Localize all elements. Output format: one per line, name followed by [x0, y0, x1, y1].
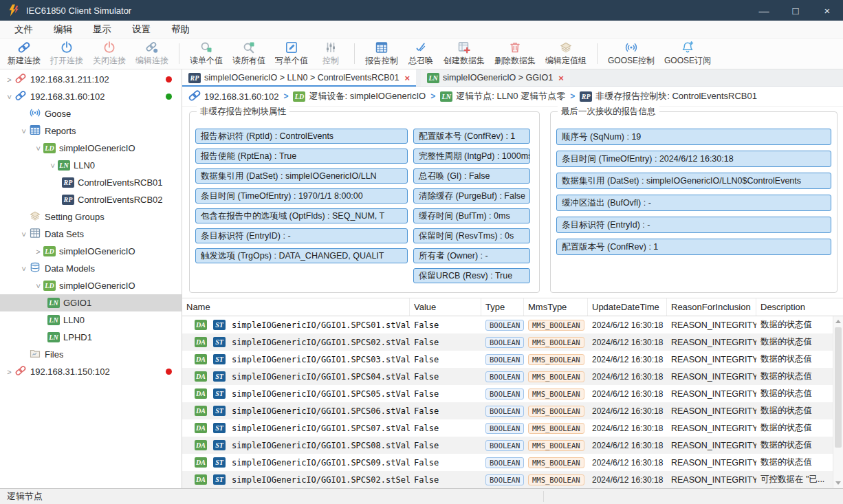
open-connection-button[interactable]: 打开连接 — [45, 39, 88, 68]
create-dataset-button[interactable]: 创建数据集 — [439, 39, 490, 68]
statusbar-text: 逻辑节点 — [7, 490, 43, 503]
tree-item-setting-groups[interactable]: Setting Groups — [0, 208, 182, 226]
column-header-type[interactable]: Type — [481, 298, 524, 316]
table-row-8[interactable]: DASTsimpleIOGenericIO/GGIO1.SPCS08.stVal… — [182, 437, 843, 454]
tree-item-reports[interactable]: >Reports — [0, 122, 182, 140]
goose-subscribe-button[interactable]: GOOSE订阅 — [659, 39, 716, 68]
minimize-button[interactable]: — — [748, 0, 780, 21]
tree-item-192-168-31-150-102[interactable]: >192.168.31.150:102 — [0, 363, 182, 380]
edit-setting-group-button[interactable]: 编辑定值组 — [540, 39, 591, 68]
report-control-button[interactable]: 报告控制 — [360, 39, 403, 68]
breadcrumb-item-3[interactable]: LN逻辑节点: LLN0 逻辑节点零 — [440, 90, 565, 102]
table-row-9[interactable]: DASTsimpleIOGenericIO/GGIO1.SPCS09.stVal… — [182, 454, 843, 471]
tree-item-lphd1[interactable]: LNLPHD1 — [0, 329, 182, 346]
tree-item-ggio1[interactable]: LNGGIO1 — [0, 294, 182, 311]
table-row-4[interactable]: DASTsimpleIOGenericIO/GGIO1.SPCS04.stVal… — [182, 368, 843, 385]
expand-arrow-icon[interactable]: > — [33, 248, 43, 256]
tree-label: 192.168.31.211:102 — [30, 74, 109, 85]
tree-item-data-sets[interactable]: >Data Sets — [0, 226, 182, 243]
tab-close-icon[interactable]: × — [404, 73, 410, 83]
cell-type: BOOLEAN — [481, 423, 524, 434]
tab-close-icon[interactable]: × — [558, 73, 564, 83]
expand-arrow-icon[interactable]: > — [49, 160, 57, 171]
st-badge: ST — [213, 354, 226, 364]
menu-item-2[interactable]: 编辑 — [43, 21, 83, 38]
tree-item-files[interactable]: Files — [0, 346, 182, 363]
cell-description: 数据的状态值 — [756, 353, 843, 365]
tree-item-192-168-31-211-102[interactable]: >192.168.31.211:102 — [0, 71, 182, 88]
tree-item-simpleiogenericio[interactable]: >LDsimpleIOGenericIO — [0, 277, 182, 294]
breadcrumb-item-2[interactable]: LD逻辑设备: simpleIOGenericIO — [293, 90, 426, 102]
expand-arrow-icon[interactable]: > — [20, 126, 28, 136]
general-interrogation-button[interactable]: 总召唤 — [403, 39, 439, 68]
tab-simpleiogenericio-ggio1[interactable]: LNsimpleIOGenericIO > GGIO1× — [421, 69, 570, 86]
close-connection-button[interactable]: 关闭连接 — [88, 39, 131, 68]
tab-label: simpleIOGenericIO > GGIO1 — [443, 73, 553, 83]
tree-item-goose[interactable]: Goose — [0, 105, 182, 122]
column-header-mmstype[interactable]: MmsType — [524, 298, 588, 316]
new-connection-button[interactable]: 新建连接 — [3, 39, 45, 68]
tree-item-simpleiogenericio[interactable]: >LDsimpleIOGenericIO — [0, 243, 182, 260]
column-header-name[interactable]: Name — [182, 298, 410, 316]
expand-arrow-icon[interactable]: > — [4, 76, 14, 84]
field-purgebuf: 清除缓存 (PurgeBuf) : False — [413, 188, 530, 204]
tree-label: LPHD1 — [63, 332, 92, 342]
menu-item-4[interactable]: 设置 — [122, 21, 161, 38]
column-header-description[interactable]: Description — [756, 298, 843, 316]
tree-item-controleventsrcb01[interactable]: RPControlEventsRCB01 — [0, 174, 182, 191]
breadcrumb-item-4[interactable]: RP非缓存报告控制块: ControlEventsRCB01 — [580, 90, 757, 102]
cell-updatedatetime: 2024/6/12 16:30:18 — [588, 355, 667, 364]
field-gi: 总召唤 (GI) : False — [413, 168, 530, 184]
breadcrumb-item-1[interactable]: 192.168.31.60:102 — [188, 89, 278, 105]
expand-arrow-icon[interactable]: > — [20, 263, 28, 274]
read-single-value-button[interactable]: 读单个值 — [185, 39, 228, 68]
table-row-3[interactable]: DASTsimpleIOGenericIO/GGIO1.SPCS03.stVal… — [182, 351, 843, 368]
table-row-2[interactable]: DASTsimpleIOGenericIO/GGIO1.SPCS02.stVal… — [182, 333, 843, 351]
control-button[interactable]: 控制 — [313, 39, 349, 68]
write-single-value-button[interactable]: 写单个值 — [270, 39, 313, 68]
tree-item-controleventsrcb02[interactable]: RPControlEventsRCB02 — [0, 191, 182, 208]
menu-item-1[interactable]: 文件 — [4, 21, 43, 38]
tree-item-lln0[interactable]: LNLLN0 — [0, 311, 182, 329]
mmstype-badge: MMS_BOOLEAN — [528, 337, 584, 348]
table-row-10[interactable]: DASTsimpleIOGenericIO/GGIO1.SPCS02.stSel… — [182, 471, 843, 488]
expand-arrow-icon[interactable]: > — [6, 91, 14, 102]
edit-connection-button[interactable]: 编辑连接 — [131, 39, 173, 68]
expand-arrow-icon[interactable]: > — [34, 281, 43, 291]
column-header-value[interactable]: Value — [410, 298, 481, 316]
scrollbar-thumb[interactable] — [835, 327, 842, 448]
tab-label: simpleIOGenericIO > LLN0 > ControlEvents… — [204, 73, 399, 83]
menu-item-5[interactable]: 帮助 — [161, 21, 200, 38]
breadcrumb-label: 逻辑设备: simpleIOGenericIO — [309, 90, 426, 102]
cell-reason: REASON_INTEGRITY — [667, 320, 756, 330]
column-header-updatedatetime[interactable]: UpdateDateTime — [588, 298, 667, 316]
expand-arrow-icon[interactable]: > — [20, 229, 28, 239]
column-header-reasonforinclusion[interactable]: ReasonForInclusion — [667, 298, 756, 316]
type-badge: BOOLEAN — [485, 423, 524, 434]
scroll-down-icon[interactable] — [833, 478, 843, 488]
table-row-6[interactable]: DASTsimpleIOGenericIO/GGIO1.SPCS06.stVal… — [182, 402, 843, 419]
vertical-scrollbar[interactable] — [833, 316, 843, 488]
maximize-button[interactable]: □ — [780, 0, 811, 21]
da-badge: DA — [195, 440, 207, 450]
goose-control-button[interactable]: GOOSE控制 — [603, 39, 659, 68]
table-row-7[interactable]: DASTsimpleIOGenericIO/GGIO1.SPCS07.stVal… — [182, 419, 843, 437]
cell-description: 可控数据在 "已... — [756, 474, 843, 485]
tree-item-lln0[interactable]: >LNLLN0 — [0, 157, 182, 174]
read-all-values-button[interactable]: 读所有值 — [228, 39, 270, 68]
tree-item-simpleiogenericio[interactable]: >LDsimpleIOGenericIO — [0, 140, 182, 157]
menu-item-3[interactable]: 显示 — [83, 21, 122, 38]
cell-updatedatetime: 2024/6/12 16:30:18 — [588, 441, 667, 450]
close-button[interactable]: × — [811, 0, 843, 21]
tree-item-192-168-31-60-102[interactable]: >192.168.31.60:102 — [0, 88, 182, 105]
table-row-5[interactable]: DASTsimpleIOGenericIO/GGIO1.SPCS05.stVal… — [182, 385, 843, 402]
cell-name: DASTsimpleIOGenericIO/GGIO1.SPCS08.stVal — [182, 440, 410, 450]
expand-arrow-icon[interactable]: > — [4, 368, 14, 376]
tree-item-data-models[interactable]: >Data Models — [0, 260, 182, 277]
tree-label: simpleIOGenericIO — [59, 246, 135, 256]
tab-simpleiogenericio-lln0-controleventsrcb01[interactable]: RPsimpleIOGenericIO > LLN0 > ControlEven… — [182, 69, 416, 86]
table-row-1[interactable]: DASTsimpleIOGenericIO/GGIO1.SPCS01.stVal… — [182, 316, 843, 333]
scroll-up-icon[interactable] — [833, 316, 843, 327]
expand-arrow-icon[interactable]: > — [34, 143, 43, 153]
delete-dataset-button[interactable]: 删除数据集 — [490, 39, 540, 68]
